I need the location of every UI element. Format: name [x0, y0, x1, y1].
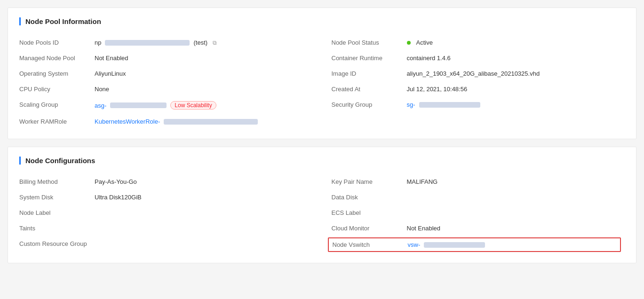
security-group-label: Security Group	[332, 101, 407, 108]
node-vswitch-prefix: vsw-	[408, 241, 421, 248]
container-runtime-label: Container Runtime	[332, 55, 407, 62]
node-pools-id-prefix: np	[95, 39, 101, 46]
node-pool-status-row: Node Pool Status Active	[332, 35, 625, 50]
worker-ramrole-blur	[164, 119, 258, 125]
taints-label: Taints	[19, 225, 95, 232]
node-config-grid: Billing Method Pay-As-You-Go System Disk…	[19, 174, 625, 253]
data-disk-label: Data Disk	[332, 194, 407, 201]
created-at-value: Jul 12, 2021, 10:48:56	[407, 86, 625, 93]
image-id-label: Image ID	[332, 70, 407, 77]
worker-ramrole-row: Worker RAMRole KubernetesWorkerRole-	[19, 114, 303, 129]
node-pool-status-label: Node Pool Status	[332, 39, 407, 46]
cloud-monitor-row: Cloud Monitor Not Enabled	[332, 220, 625, 236]
node-pool-right-col: Node Pool Status Active Container Runtim…	[322, 35, 625, 129]
node-pool-status-value: Active	[407, 39, 625, 46]
copy-icon[interactable]: ⧉	[211, 39, 218, 46]
node-config-title: Node Configurations	[19, 157, 625, 165]
custom-resource-group-label: Custom Resource Group	[19, 240, 95, 247]
operating-system-label: Operating System	[19, 70, 95, 77]
system-disk-row: System Disk Ultra Disk120GiB	[19, 189, 303, 205]
low-scalability-badge: Low Scalability	[170, 101, 216, 110]
node-label-row: Node Label	[19, 205, 303, 220]
scaling-group-blur	[110, 102, 167, 108]
node-pool-info-grid: Node Pools ID np (test) ⧉ Managed Node P…	[19, 35, 625, 129]
node-pools-id-value: np (test) ⧉	[95, 39, 303, 46]
scaling-group-row: Scaling Group asg- Low Scalability	[19, 97, 303, 114]
custom-resource-group-row: Custom Resource Group	[19, 236, 303, 252]
taints-row: Taints	[19, 220, 303, 236]
managed-node-pool-label: Managed Node Pool	[19, 55, 95, 62]
node-pool-info-card: Node Pool Information Node Pools ID np (…	[8, 8, 636, 139]
system-disk-label: System Disk	[19, 194, 95, 201]
created-at-label: Created At	[332, 86, 407, 93]
key-pair-name-row: Key Pair Name MALIFANG	[332, 174, 625, 189]
cloud-monitor-value: Not Enabled	[407, 225, 625, 232]
managed-node-pool-value: Not Enabled	[95, 55, 303, 62]
node-pool-status-text: Active	[416, 39, 433, 46]
node-vswitch-value[interactable]: vsw-	[408, 241, 617, 248]
billing-method-row: Billing Method Pay-As-You-Go	[19, 174, 303, 189]
key-pair-name-value: MALIFANG	[407, 178, 625, 185]
worker-ramrole-label: Worker RAMRole	[19, 118, 95, 125]
worker-ramrole-prefix: KubernetesWorkerRole-	[95, 118, 160, 125]
node-pools-id-label: Node Pools ID	[19, 39, 95, 46]
node-pools-id-blur	[105, 40, 190, 46]
node-vswitch-highlighted-box: Node Vswitch vsw-	[328, 237, 621, 252]
created-at-row: Created At Jul 12, 2021, 10:48:56	[332, 81, 625, 97]
worker-ramrole-value[interactable]: KubernetesWorkerRole-	[95, 118, 303, 125]
scaling-group-prefix: asg-	[95, 102, 106, 109]
data-disk-row: Data Disk	[332, 189, 625, 205]
container-runtime-value: containerd 1.4.6	[407, 55, 625, 62]
node-label-label: Node Label	[19, 209, 95, 216]
node-config-card: Node Configurations Billing Method Pay-A…	[8, 147, 636, 263]
operating-system-value: AliyunLinux	[95, 70, 303, 77]
node-vswitch-row: Node Vswitch vsw-	[332, 236, 625, 253]
image-id-row: Image ID aliyun_2_1903_x64_20G_alibase_2…	[332, 66, 625, 81]
node-pool-info-title: Node Pool Information	[19, 17, 625, 25]
node-config-right-col: Key Pair Name MALIFANG Data Disk ECS Lab…	[322, 174, 625, 253]
active-status-dot	[407, 41, 411, 45]
cpu-policy-label: CPU Policy	[19, 86, 95, 93]
scaling-group-label: Scaling Group	[19, 101, 95, 108]
security-group-row: Security Group sg-	[332, 97, 625, 112]
managed-node-pool-row: Managed Node Pool Not Enabled	[19, 50, 303, 66]
security-group-blur	[419, 102, 480, 108]
page-wrapper: Node Pool Information Node Pools ID np (…	[0, 0, 644, 299]
ecs-label-row: ECS Label	[332, 205, 625, 220]
image-id-value: aliyun_2_1903_x64_20G_alibase_20210325.v…	[407, 70, 625, 77]
scaling-group-value[interactable]: asg- Low Scalability	[95, 101, 303, 110]
system-disk-value: Ultra Disk120GiB	[95, 194, 303, 201]
node-pools-id-row: Node Pools ID np (test) ⧉	[19, 35, 303, 50]
container-runtime-row: Container Runtime containerd 1.4.6	[332, 50, 625, 66]
node-pools-id-suffix: (test)	[193, 39, 207, 46]
cpu-policy-value: None	[95, 86, 303, 93]
node-config-left-col: Billing Method Pay-As-You-Go System Disk…	[19, 174, 322, 253]
operating-system-row: Operating System AliyunLinux	[19, 66, 303, 81]
security-group-value[interactable]: sg-	[407, 101, 625, 108]
security-group-prefix: sg-	[407, 101, 415, 108]
billing-method-value: Pay-As-You-Go	[95, 178, 303, 185]
node-vswitch-blur	[424, 242, 485, 248]
billing-method-label: Billing Method	[19, 178, 95, 185]
cpu-policy-row: CPU Policy None	[19, 81, 303, 97]
node-pool-left-col: Node Pools ID np (test) ⧉ Managed Node P…	[19, 35, 322, 129]
ecs-label-label: ECS Label	[332, 209, 407, 216]
cloud-monitor-label: Cloud Monitor	[332, 225, 407, 232]
key-pair-name-label: Key Pair Name	[332, 178, 407, 185]
node-vswitch-label: Node Vswitch	[333, 241, 408, 248]
